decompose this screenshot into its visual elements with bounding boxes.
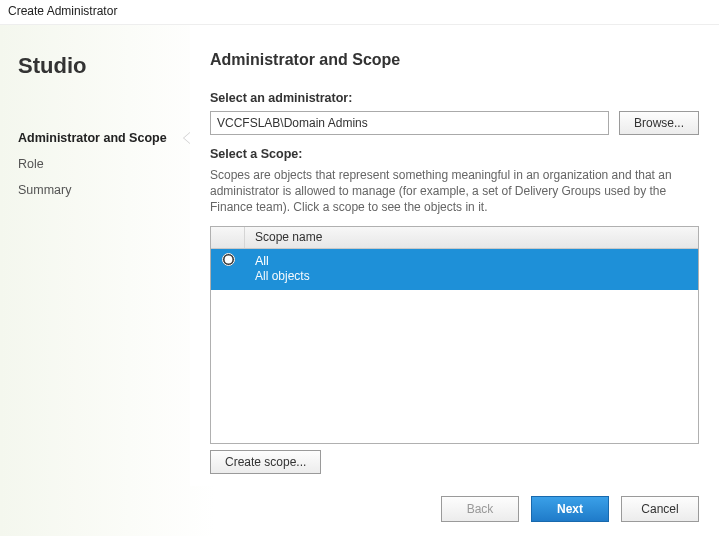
page-title: Administrator and Scope <box>210 51 699 69</box>
step-administrator-and-scope[interactable]: Administrator and Scope <box>18 125 190 151</box>
scope-table-header: Scope name <box>211 227 698 249</box>
app-name: Studio <box>18 53 190 79</box>
wizard-steps: Administrator and Scope Role Summary <box>18 125 190 203</box>
scope-radio-all[interactable] <box>222 253 235 266</box>
window-title: Create Administrator <box>0 0 719 24</box>
scope-header-name-col: Scope name <box>245 230 698 244</box>
scope-row-all[interactable]: All All objects <box>211 249 698 291</box>
scope-label: Select a Scope: <box>210 147 699 161</box>
scope-description: Scopes are objects that represent someth… <box>210 167 699 216</box>
step-role[interactable]: Role <box>18 151 190 177</box>
create-administrator-window: Create Administrator Studio Administrato… <box>0 0 719 536</box>
scope-name: All <box>255 253 688 269</box>
admin-label: Select an administrator: <box>210 91 699 105</box>
back-button[interactable]: Back <box>441 496 519 522</box>
window-body: Studio Administrator and Scope Role Summ… <box>0 24 719 536</box>
main-area: Studio Administrator and Scope Role Summ… <box>0 25 719 486</box>
scope-table-body: All All objects <box>211 249 698 443</box>
next-button[interactable]: Next <box>531 496 609 522</box>
wizard-content: Administrator and Scope Select an admini… <box>190 25 719 486</box>
admin-row: Browse... <box>210 111 699 135</box>
wizard-sidebar: Studio Administrator and Scope Role Summ… <box>0 25 190 486</box>
step-summary[interactable]: Summary <box>18 177 190 203</box>
administrator-input[interactable] <box>210 111 609 135</box>
create-scope-row: Create scope... <box>210 450 699 474</box>
scope-detail: All objects <box>255 269 688 285</box>
scope-table: Scope name All All objects <box>210 226 699 444</box>
browse-button[interactable]: Browse... <box>619 111 699 135</box>
scope-header-select-col <box>211 227 245 248</box>
cancel-button[interactable]: Cancel <box>621 496 699 522</box>
wizard-footer: Back Next Cancel <box>0 486 719 536</box>
create-scope-button[interactable]: Create scope... <box>210 450 321 474</box>
